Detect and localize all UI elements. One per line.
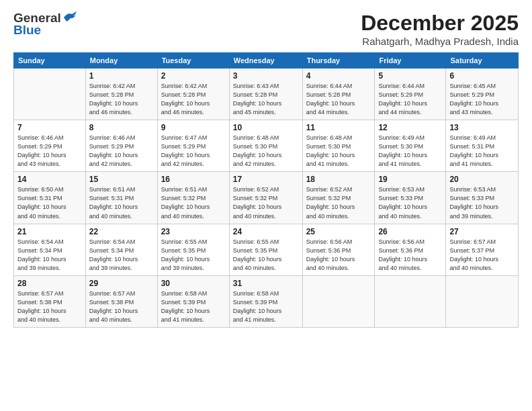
calendar-cell (302, 275, 375, 327)
day-info: Sunrise: 6:48 AM Sunset: 5:30 PM Dayligh… (306, 134, 371, 169)
day-number: 30 (161, 279, 226, 288)
day-number: 18 (306, 175, 371, 184)
day-number: 5 (378, 71, 442, 81)
weekday-header-wednesday: Wednesday (229, 53, 302, 68)
calendar-cell: 10Sunrise: 6:48 AM Sunset: 5:30 PM Dayli… (229, 120, 302, 172)
day-info: Sunrise: 6:51 AM Sunset: 5:31 PM Dayligh… (89, 185, 154, 220)
day-number: 19 (378, 175, 442, 184)
calendar-cell: 9Sunrise: 6:47 AM Sunset: 5:29 PM Daylig… (157, 120, 229, 172)
calendar-week-row: 21Sunrise: 6:54 AM Sunset: 5:34 PM Dayli… (14, 224, 519, 275)
day-info: Sunrise: 6:52 AM Sunset: 5:32 PM Dayligh… (233, 185, 299, 220)
day-number: 31 (233, 279, 299, 288)
calendar-cell: 14Sunrise: 6:50 AM Sunset: 5:31 PM Dayli… (14, 172, 86, 224)
day-number: 20 (449, 175, 515, 184)
day-number: 23 (161, 227, 226, 236)
calendar-cell: 4Sunrise: 6:44 AM Sunset: 5:28 PM Daylig… (302, 68, 375, 120)
day-info: Sunrise: 6:47 AM Sunset: 5:29 PM Dayligh… (161, 134, 226, 169)
logo-bird-icon (62, 11, 77, 23)
day-number: 1 (89, 71, 154, 81)
day-info: Sunrise: 6:54 AM Sunset: 5:34 PM Dayligh… (89, 238, 154, 273)
day-info: Sunrise: 6:56 AM Sunset: 5:36 PM Dayligh… (378, 238, 442, 273)
day-number: 28 (17, 279, 82, 288)
day-number: 8 (89, 123, 154, 132)
day-number: 27 (449, 227, 515, 236)
day-number: 21 (17, 227, 82, 236)
calendar-week-row: 1Sunrise: 6:42 AM Sunset: 5:28 PM Daylig… (14, 68, 519, 120)
calendar-cell: 19Sunrise: 6:53 AM Sunset: 5:33 PM Dayli… (375, 172, 446, 224)
weekday-header-monday: Monday (85, 53, 157, 68)
calendar-cell: 13Sunrise: 6:49 AM Sunset: 5:31 PM Dayli… (446, 120, 519, 172)
day-info: Sunrise: 6:55 AM Sunset: 5:35 PM Dayligh… (161, 238, 226, 273)
calendar-cell: 12Sunrise: 6:49 AM Sunset: 5:30 PM Dayli… (375, 120, 446, 172)
day-info: Sunrise: 6:46 AM Sunset: 5:29 PM Dayligh… (17, 134, 82, 169)
day-number: 12 (378, 123, 442, 132)
calendar-cell: 6Sunrise: 6:45 AM Sunset: 5:29 PM Daylig… (446, 68, 519, 120)
day-number: 24 (233, 227, 299, 236)
calendar-week-row: 7Sunrise: 6:46 AM Sunset: 5:29 PM Daylig… (14, 120, 519, 172)
calendar-cell: 24Sunrise: 6:55 AM Sunset: 5:35 PM Dayli… (229, 224, 302, 275)
day-info: Sunrise: 6:53 AM Sunset: 5:33 PM Dayligh… (378, 185, 442, 220)
day-info: Sunrise: 6:52 AM Sunset: 5:32 PM Dayligh… (306, 185, 371, 220)
calendar-cell: 2Sunrise: 6:42 AM Sunset: 5:28 PM Daylig… (157, 68, 229, 120)
calendar-cell: 22Sunrise: 6:54 AM Sunset: 5:34 PM Dayli… (85, 224, 157, 275)
weekday-header-tuesday: Tuesday (157, 53, 229, 68)
day-info: Sunrise: 6:58 AM Sunset: 5:39 PM Dayligh… (161, 289, 226, 324)
day-info: Sunrise: 6:57 AM Sunset: 5:37 PM Dayligh… (449, 238, 515, 273)
calendar-cell: 11Sunrise: 6:48 AM Sunset: 5:30 PM Dayli… (302, 120, 375, 172)
weekday-header-row: SundayMondayTuesdayWednesdayThursdayFrid… (14, 53, 519, 68)
calendar-cell: 30Sunrise: 6:58 AM Sunset: 5:39 PM Dayli… (157, 275, 229, 327)
day-info: Sunrise: 6:56 AM Sunset: 5:36 PM Dayligh… (306, 238, 371, 273)
month-title: December 2025 (361, 11, 519, 36)
day-info: Sunrise: 6:44 AM Sunset: 5:29 PM Dayligh… (378, 82, 442, 117)
day-number: 4 (306, 71, 371, 81)
day-number: 9 (161, 123, 226, 132)
day-info: Sunrise: 6:45 AM Sunset: 5:29 PM Dayligh… (449, 82, 515, 117)
weekday-header-thursday: Thursday (302, 53, 375, 68)
header: General Blue December 2025 Rahatgarh, Ma… (13, 11, 519, 47)
calendar-cell: 5Sunrise: 6:44 AM Sunset: 5:29 PM Daylig… (375, 68, 446, 120)
calendar-cell: 28Sunrise: 6:57 AM Sunset: 5:38 PM Dayli… (14, 275, 86, 327)
day-number: 25 (306, 227, 371, 236)
day-number: 13 (449, 123, 515, 132)
calendar-cell: 18Sunrise: 6:52 AM Sunset: 5:32 PM Dayli… (302, 172, 375, 224)
day-number: 10 (233, 123, 299, 132)
weekday-header-friday: Friday (375, 53, 446, 68)
calendar-cell (14, 68, 86, 120)
calendar-cell: 7Sunrise: 6:46 AM Sunset: 5:29 PM Daylig… (14, 120, 86, 172)
day-info: Sunrise: 6:48 AM Sunset: 5:30 PM Dayligh… (233, 134, 299, 169)
day-info: Sunrise: 6:51 AM Sunset: 5:32 PM Dayligh… (161, 185, 226, 220)
logo-blue-text: Blue (13, 23, 41, 38)
day-number: 3 (233, 71, 299, 81)
day-info: Sunrise: 6:55 AM Sunset: 5:35 PM Dayligh… (233, 238, 299, 273)
day-number: 22 (89, 227, 154, 236)
day-info: Sunrise: 6:46 AM Sunset: 5:29 PM Dayligh… (89, 134, 154, 169)
day-number: 17 (233, 175, 299, 184)
weekday-header-saturday: Saturday (446, 53, 519, 68)
day-number: 7 (17, 123, 82, 132)
location-title: Rahatgarh, Madhya Pradesh, India (361, 36, 519, 47)
day-info: Sunrise: 6:42 AM Sunset: 5:28 PM Dayligh… (161, 82, 226, 117)
day-info: Sunrise: 6:42 AM Sunset: 5:28 PM Dayligh… (89, 82, 154, 117)
calendar-cell: 20Sunrise: 6:53 AM Sunset: 5:33 PM Dayli… (446, 172, 519, 224)
calendar-page: General Blue December 2025 Rahatgarh, Ma… (0, 0, 532, 411)
day-number: 6 (449, 71, 515, 81)
day-info: Sunrise: 6:57 AM Sunset: 5:38 PM Dayligh… (17, 289, 82, 324)
calendar-cell: 16Sunrise: 6:51 AM Sunset: 5:32 PM Dayli… (157, 172, 229, 224)
day-info: Sunrise: 6:49 AM Sunset: 5:31 PM Dayligh… (449, 134, 515, 169)
calendar-cell: 23Sunrise: 6:55 AM Sunset: 5:35 PM Dayli… (157, 224, 229, 275)
day-number: 15 (89, 175, 154, 184)
calendar-cell (375, 275, 446, 327)
calendar-cell: 25Sunrise: 6:56 AM Sunset: 5:36 PM Dayli… (302, 224, 375, 275)
day-number: 2 (161, 71, 226, 81)
weekday-header-sunday: Sunday (14, 53, 86, 68)
calendar-cell (446, 275, 519, 327)
day-info: Sunrise: 6:44 AM Sunset: 5:28 PM Dayligh… (306, 82, 371, 117)
calendar-table: SundayMondayTuesdayWednesdayThursdayFrid… (13, 52, 519, 328)
calendar-cell: 1Sunrise: 6:42 AM Sunset: 5:28 PM Daylig… (85, 68, 157, 120)
calendar-cell: 29Sunrise: 6:57 AM Sunset: 5:38 PM Dayli… (85, 275, 157, 327)
day-info: Sunrise: 6:53 AM Sunset: 5:33 PM Dayligh… (449, 185, 515, 220)
day-number: 11 (306, 123, 371, 132)
calendar-cell: 15Sunrise: 6:51 AM Sunset: 5:31 PM Dayli… (85, 172, 157, 224)
day-number: 29 (89, 279, 154, 288)
day-info: Sunrise: 6:57 AM Sunset: 5:38 PM Dayligh… (89, 289, 154, 324)
